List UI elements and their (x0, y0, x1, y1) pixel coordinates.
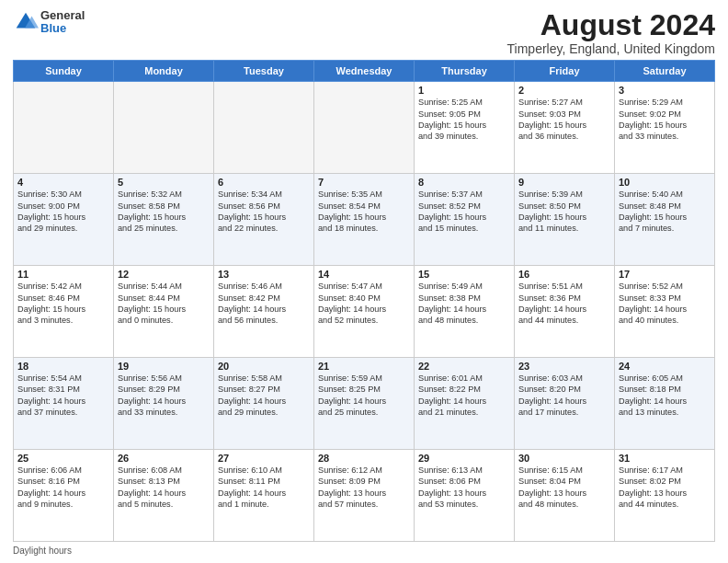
day-info: Sunrise: 5:58 AM Sunset: 8:27 PM Dayligh… (218, 373, 310, 419)
calendar-cell: 2Sunrise: 5:27 AM Sunset: 9:03 PM Daylig… (515, 82, 615, 174)
calendar-table: SundayMondayTuesdayWednesdayThursdayFrid… (13, 60, 715, 542)
day-info: Sunrise: 6:17 AM Sunset: 8:02 PM Dayligh… (619, 465, 711, 511)
calendar-cell: 20Sunrise: 5:58 AM Sunset: 8:27 PM Dayli… (214, 358, 314, 450)
day-info: Sunrise: 5:32 AM Sunset: 8:58 PM Dayligh… (118, 189, 210, 235)
calendar-cell: 17Sunrise: 5:52 AM Sunset: 8:33 PM Dayli… (615, 266, 715, 358)
day-number: 14 (318, 269, 410, 280)
day-number: 21 (318, 361, 410, 372)
calendar-week-4: 18Sunrise: 5:54 AM Sunset: 8:31 PM Dayli… (14, 358, 715, 450)
footer: Daylight hours (13, 546, 715, 556)
main-title: August 2024 (507, 9, 715, 41)
day-info: Sunrise: 5:34 AM Sunset: 8:56 PM Dayligh… (218, 189, 310, 235)
day-number: 18 (17, 361, 109, 372)
weekday-header-monday: Monday (114, 61, 214, 82)
day-info: Sunrise: 5:42 AM Sunset: 8:46 PM Dayligh… (17, 281, 109, 327)
day-info: Sunrise: 6:08 AM Sunset: 8:13 PM Dayligh… (118, 465, 210, 511)
weekday-header-sunday: Sunday (14, 61, 114, 82)
calendar-week-3: 11Sunrise: 5:42 AM Sunset: 8:46 PM Dayli… (14, 266, 715, 358)
weekday-header-friday: Friday (515, 61, 615, 82)
day-number: 2 (518, 85, 610, 96)
day-number: 6 (218, 177, 310, 188)
calendar-cell: 9Sunrise: 5:39 AM Sunset: 8:50 PM Daylig… (515, 174, 615, 266)
calendar-cell: 18Sunrise: 5:54 AM Sunset: 8:31 PM Dayli… (14, 358, 114, 450)
logo-blue-text: Blue (40, 22, 85, 35)
calendar-cell (114, 82, 214, 174)
day-number: 16 (518, 269, 610, 280)
day-info: Sunrise: 5:40 AM Sunset: 8:48 PM Dayligh… (619, 189, 711, 235)
logo: General Blue (13, 9, 85, 36)
calendar-cell: 24Sunrise: 6:05 AM Sunset: 8:18 PM Dayli… (615, 358, 715, 450)
day-number: 25 (17, 453, 109, 464)
calendar-cell: 7Sunrise: 5:35 AM Sunset: 8:54 PM Daylig… (314, 174, 415, 266)
day-number: 29 (418, 453, 510, 464)
calendar-cell: 12Sunrise: 5:44 AM Sunset: 8:44 PM Dayli… (114, 266, 214, 358)
logo-icon (13, 9, 39, 35)
logo-text: General Blue (40, 9, 85, 36)
calendar-cell: 16Sunrise: 5:51 AM Sunset: 8:36 PM Dayli… (515, 266, 615, 358)
calendar-cell (214, 82, 314, 174)
day-info: Sunrise: 5:49 AM Sunset: 8:38 PM Dayligh… (418, 281, 510, 327)
calendar-cell: 15Sunrise: 5:49 AM Sunset: 8:38 PM Dayli… (415, 266, 515, 358)
day-info: Sunrise: 5:56 AM Sunset: 8:29 PM Dayligh… (118, 373, 210, 419)
day-number: 7 (318, 177, 410, 188)
calendar-cell: 21Sunrise: 5:59 AM Sunset: 8:25 PM Dayli… (314, 358, 415, 450)
day-number: 19 (118, 361, 210, 372)
day-info: Sunrise: 6:03 AM Sunset: 8:20 PM Dayligh… (518, 373, 610, 419)
day-number: 26 (118, 453, 210, 464)
day-number: 12 (118, 269, 210, 280)
day-info: Sunrise: 5:39 AM Sunset: 8:50 PM Dayligh… (518, 189, 610, 235)
day-number: 15 (418, 269, 510, 280)
day-info: Sunrise: 5:35 AM Sunset: 8:54 PM Dayligh… (318, 189, 410, 235)
weekday-header-row: SundayMondayTuesdayWednesdayThursdayFrid… (14, 61, 715, 82)
logo-general-text: General (40, 9, 85, 22)
calendar-cell: 29Sunrise: 6:13 AM Sunset: 8:06 PM Dayli… (415, 450, 515, 542)
calendar-cell: 31Sunrise: 6:17 AM Sunset: 8:02 PM Dayli… (615, 450, 715, 542)
day-info: Sunrise: 6:12 AM Sunset: 8:09 PM Dayligh… (318, 465, 410, 511)
header: General Blue August 2024 Timperley, Engl… (13, 9, 715, 56)
day-number: 13 (218, 269, 310, 280)
calendar-cell: 6Sunrise: 5:34 AM Sunset: 8:56 PM Daylig… (214, 174, 314, 266)
calendar-week-1: 1Sunrise: 5:25 AM Sunset: 9:05 PM Daylig… (14, 82, 715, 174)
weekday-header-thursday: Thursday (415, 61, 515, 82)
calendar-cell: 5Sunrise: 5:32 AM Sunset: 8:58 PM Daylig… (114, 174, 214, 266)
calendar-cell (314, 82, 415, 174)
day-number: 11 (17, 269, 109, 280)
day-info: Sunrise: 6:06 AM Sunset: 8:16 PM Dayligh… (17, 465, 109, 511)
calendar-cell: 30Sunrise: 6:15 AM Sunset: 8:04 PM Dayli… (515, 450, 615, 542)
calendar-cell: 22Sunrise: 6:01 AM Sunset: 8:22 PM Dayli… (415, 358, 515, 450)
calendar-cell: 28Sunrise: 6:12 AM Sunset: 8:09 PM Dayli… (314, 450, 415, 542)
calendar-cell: 8Sunrise: 5:37 AM Sunset: 8:52 PM Daylig… (415, 174, 515, 266)
day-number: 5 (118, 177, 210, 188)
day-number: 20 (218, 361, 310, 372)
calendar-cell: 25Sunrise: 6:06 AM Sunset: 8:16 PM Dayli… (14, 450, 114, 542)
day-number: 10 (619, 177, 711, 188)
day-info: Sunrise: 6:10 AM Sunset: 8:11 PM Dayligh… (218, 465, 310, 511)
calendar-cell: 14Sunrise: 5:47 AM Sunset: 8:40 PM Dayli… (314, 266, 415, 358)
calendar-cell: 27Sunrise: 6:10 AM Sunset: 8:11 PM Dayli… (214, 450, 314, 542)
day-info: Sunrise: 5:29 AM Sunset: 9:02 PM Dayligh… (619, 97, 711, 143)
title-block: August 2024 Timperley, England, United K… (507, 9, 715, 56)
day-number: 24 (619, 361, 711, 372)
calendar-cell: 11Sunrise: 5:42 AM Sunset: 8:46 PM Dayli… (14, 266, 114, 358)
day-info: Sunrise: 5:27 AM Sunset: 9:03 PM Dayligh… (518, 97, 610, 143)
day-number: 28 (318, 453, 410, 464)
calendar-cell: 10Sunrise: 5:40 AM Sunset: 8:48 PM Dayli… (615, 174, 715, 266)
day-info: Sunrise: 5:25 AM Sunset: 9:05 PM Dayligh… (418, 97, 510, 143)
calendar-cell: 13Sunrise: 5:46 AM Sunset: 8:42 PM Dayli… (214, 266, 314, 358)
weekday-header-tuesday: Tuesday (214, 61, 314, 82)
day-info: Sunrise: 5:52 AM Sunset: 8:33 PM Dayligh… (619, 281, 711, 327)
daylight-label: Daylight hours (13, 546, 72, 556)
calendar-cell: 19Sunrise: 5:56 AM Sunset: 8:29 PM Dayli… (114, 358, 214, 450)
calendar-cell: 23Sunrise: 6:03 AM Sunset: 8:20 PM Dayli… (515, 358, 615, 450)
day-number: 17 (619, 269, 711, 280)
day-info: Sunrise: 5:47 AM Sunset: 8:40 PM Dayligh… (318, 281, 410, 327)
day-info: Sunrise: 5:54 AM Sunset: 8:31 PM Dayligh… (17, 373, 109, 419)
weekday-header-wednesday: Wednesday (314, 61, 415, 82)
day-number: 9 (518, 177, 610, 188)
day-number: 8 (418, 177, 510, 188)
day-number: 22 (418, 361, 510, 372)
day-info: Sunrise: 5:59 AM Sunset: 8:25 PM Dayligh… (318, 373, 410, 419)
day-number: 3 (619, 85, 711, 96)
day-info: Sunrise: 5:51 AM Sunset: 8:36 PM Dayligh… (518, 281, 610, 327)
day-info: Sunrise: 5:44 AM Sunset: 8:44 PM Dayligh… (118, 281, 210, 327)
